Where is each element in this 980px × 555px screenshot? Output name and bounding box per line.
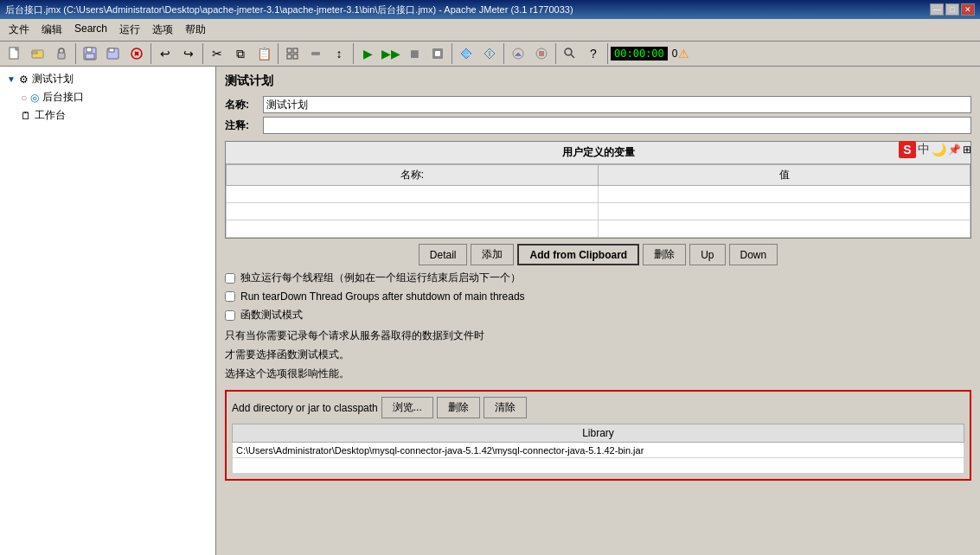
tree-icon-backend: ◎ (30, 92, 39, 104)
name-input[interactable] (263, 96, 971, 113)
separator-6 (452, 43, 452, 64)
run-button[interactable]: ▶ (356, 43, 379, 64)
stop-button[interactable]: ⏹ (403, 43, 426, 64)
brand-grid-icon: ⊞ (963, 144, 971, 156)
remote-start-button[interactable] (507, 43, 529, 64)
tree-item-backend-api[interactable]: ○ ◎ 后台接口 (17, 88, 212, 106)
comment-row: 注释: (225, 117, 971, 134)
titlebar-text: 后台接口.jmx (C:\Users\Administrator\Desktop… (5, 3, 573, 16)
checkbox-functional[interactable] (225, 310, 235, 321)
close-button[interactable]: ✕ (961, 3, 975, 16)
search-button[interactable] (559, 43, 581, 64)
svg-rect-7 (86, 48, 92, 52)
svg-point-28 (565, 48, 572, 55)
tree-label-test-plan: 测试计划 (32, 72, 74, 86)
svg-rect-4 (32, 52, 37, 54)
classpath-clear-button[interactable]: 清除 (484, 397, 527, 418)
classpath-row-2 (233, 458, 964, 474)
brand-icons: S 中 🌙 📌 ⊞ (899, 141, 971, 158)
remote-stop-button[interactable] (530, 43, 553, 64)
functional-desc-line2: 才需要选择函数测试模式。 (225, 347, 971, 362)
revert-button[interactable] (125, 43, 148, 64)
content-area: 测试计划 名称: 注释: S 中 🌙 📌 ⊞ (216, 67, 980, 488)
add-button[interactable]: 添加 (471, 244, 514, 265)
right-panel: 测试计划 名称: 注释: S 中 🌙 📌 ⊞ (216, 67, 980, 555)
toggle-button[interactable]: ↕ (328, 43, 350, 64)
save-all-button[interactable] (102, 43, 125, 64)
user-vars-section: S 中 🌙 📌 ⊞ 用户定义的变量 名称: 值 (225, 141, 971, 239)
redo-button[interactable]: ↪ (177, 43, 200, 64)
lock-button[interactable] (50, 43, 73, 64)
name-label: 名称: (225, 98, 259, 112)
tree-item-test-plan[interactable]: ▼ ⚙ 测试计划 (3, 70, 212, 88)
checkbox-teardown[interactable] (225, 291, 235, 302)
separator-2 (151, 43, 151, 64)
classpath-label: Add directory or jar to classpath (232, 402, 378, 414)
save-button[interactable] (79, 43, 101, 64)
menu-item-编辑[interactable]: 编辑 (36, 21, 67, 39)
brand-s-icon: S (899, 141, 916, 158)
menubar: 文件编辑Search运行选项帮助 (0, 19, 980, 41)
add-clipboard-button[interactable]: Add from Clipboard (517, 244, 639, 265)
var-row-empty-3 (227, 220, 970, 238)
checkbox-teardown-row: Run tearDown Thread Groups after shutdow… (225, 290, 971, 303)
maximize-button[interactable]: □ (945, 3, 959, 16)
detail-button[interactable]: Detail (419, 244, 468, 265)
checkbox-functional-label: 函数测试模式 (240, 308, 303, 322)
menu-item-文件[interactable]: 文件 (3, 21, 35, 39)
classpath-table: Library C:\Users\Administrator\Desktop\m… (232, 424, 964, 474)
comment-input[interactable] (263, 117, 971, 134)
shutdown-button[interactable] (426, 43, 449, 64)
down-button[interactable]: Down (729, 244, 778, 265)
svg-rect-14 (287, 48, 291, 53)
up-button[interactable]: Up (689, 244, 725, 265)
menu-item-Search[interactable]: Search (69, 21, 112, 39)
minimize-button[interactable]: — (930, 3, 944, 16)
classpath-header: Add directory or jar to classpath 浏览... … (232, 397, 964, 418)
svg-rect-20 (435, 51, 440, 56)
classpath-cell-1: C:\Users\Administrator\Desktop\mysql-con… (233, 443, 964, 458)
expand-button[interactable] (281, 43, 304, 64)
user-vars-table-container: 用户定义的变量 名称: 值 (225, 141, 971, 239)
clear-results-button[interactable]: → (455, 43, 477, 64)
help-button[interactable]: ? (582, 43, 605, 64)
svg-rect-27 (539, 51, 544, 56)
separator-7 (503, 43, 504, 64)
brand-moon-icon: 🌙 (932, 143, 946, 156)
checkbox-independent-row: 独立运行每个线程组（例如在一个组运行结束后启动下一个） (225, 271, 971, 285)
var-row-empty-2 (227, 203, 970, 220)
menu-item-运行[interactable]: 运行 (114, 21, 145, 39)
var-row-empty-1 (227, 186, 970, 203)
cut-button[interactable]: ✂ (206, 43, 228, 64)
classpath-col-header: Library (233, 424, 964, 443)
checkbox-independent[interactable] (225, 273, 235, 284)
menu-item-选项[interactable]: 选项 (147, 21, 178, 39)
new-button[interactable] (3, 43, 26, 64)
svg-line-29 (571, 54, 574, 58)
main-layout: ▼ ⚙ 测试计划 ○ ◎ 后台接口 🗒 工作台 测试计划 名称: 注释: (0, 67, 980, 555)
user-vars-header: 用户定义的变量 (226, 142, 970, 164)
menu-item-帮助[interactable]: 帮助 (180, 21, 211, 39)
prev-error-button[interactable] (478, 43, 501, 64)
tree-item-workbench[interactable]: 🗒 工作台 (17, 106, 212, 124)
toolbar: ↩ ↪ ✂ ⧉ 📋 ↕ ▶ ▶▶ ⏹ → (0, 41, 980, 67)
brand-zh-icon: 中 (918, 142, 930, 157)
left-panel: ▼ ⚙ 测试计划 ○ ◎ 后台接口 🗒 工作台 (0, 67, 216, 555)
svg-rect-17 (293, 54, 298, 59)
svg-rect-16 (287, 54, 291, 59)
classpath-delete-button[interactable]: 删除 (437, 397, 480, 418)
collapse-button[interactable] (304, 43, 327, 64)
run-nopause-button[interactable]: ▶▶ (380, 43, 402, 64)
tree-icon-test-plan: ⚙ (19, 73, 29, 86)
undo-button[interactable]: ↩ (154, 43, 176, 64)
timer-display: 00:00:00 (611, 47, 668, 61)
paste-button[interactable]: 📋 (253, 43, 275, 64)
separator-4 (278, 43, 279, 64)
classpath-browse-button[interactable]: 浏览... (381, 397, 433, 418)
copy-button[interactable]: ⧉ (229, 43, 252, 64)
delete-button[interactable]: 删除 (643, 244, 686, 265)
separator-8 (555, 43, 556, 64)
open-button[interactable] (27, 43, 49, 64)
svg-rect-18 (311, 52, 320, 55)
checkbox-teardown-label: Run tearDown Thread Groups after shutdow… (240, 290, 525, 303)
